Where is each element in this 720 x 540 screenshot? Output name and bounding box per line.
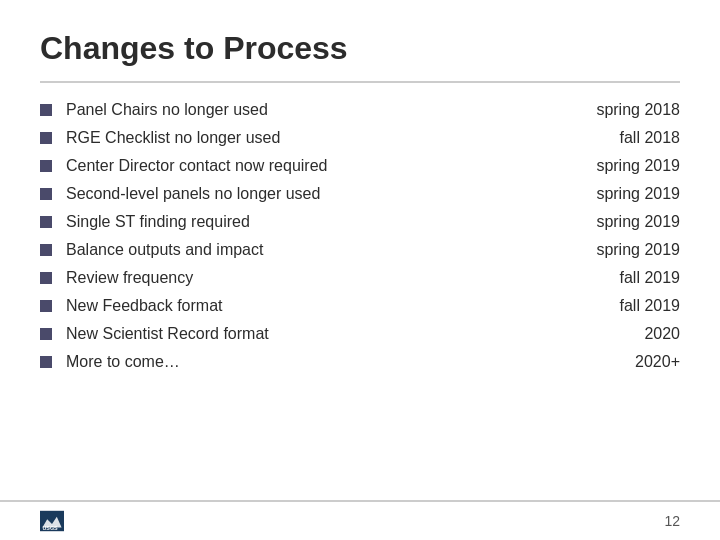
content-area: Panel Chairs no longer usedRGE Checklist… bbox=[40, 101, 680, 381]
bottom-area: USGS 12 bbox=[0, 500, 720, 540]
bullet-icon bbox=[40, 160, 52, 172]
page-number: 12 bbox=[664, 513, 680, 529]
title-divider bbox=[40, 81, 680, 83]
slide: Changes to Process Panel Chairs no longe… bbox=[0, 0, 720, 540]
bullet-icon bbox=[40, 188, 52, 200]
date-item: 2020 bbox=[596, 325, 680, 343]
item-label: New Feedback format bbox=[66, 297, 223, 315]
list-item: More to come… bbox=[40, 353, 576, 371]
item-label: Panel Chairs no longer used bbox=[66, 101, 268, 119]
date-item: fall 2018 bbox=[596, 129, 680, 147]
item-label: More to come… bbox=[66, 353, 180, 371]
bullet-icon bbox=[40, 300, 52, 312]
dates-list: spring 2018fall 2018spring 2019spring 20… bbox=[596, 101, 680, 381]
date-item: spring 2019 bbox=[596, 185, 680, 203]
item-label: Single ST finding required bbox=[66, 213, 250, 231]
date-item: spring 2018 bbox=[596, 101, 680, 119]
date-item: 2020+ bbox=[596, 353, 680, 371]
list-item: New Scientist Record format bbox=[40, 325, 576, 343]
date-item: spring 2019 bbox=[596, 157, 680, 175]
list-item: Balance outputs and impact bbox=[40, 241, 576, 259]
bullet-icon bbox=[40, 132, 52, 144]
slide-title: Changes to Process bbox=[40, 30, 680, 67]
bullet-icon bbox=[40, 104, 52, 116]
date-item: spring 2019 bbox=[596, 213, 680, 231]
list-item: Single ST finding required bbox=[40, 213, 576, 231]
bullet-icon bbox=[40, 216, 52, 228]
list-item: New Feedback format bbox=[40, 297, 576, 315]
list-item: Second-level panels no longer used bbox=[40, 185, 576, 203]
date-item: fall 2019 bbox=[596, 269, 680, 287]
date-item: spring 2019 bbox=[596, 241, 680, 259]
usgs-logo-icon: USGS bbox=[40, 510, 64, 532]
item-label: New Scientist Record format bbox=[66, 325, 269, 343]
bullet-icon bbox=[40, 356, 52, 368]
list-item: Panel Chairs no longer used bbox=[40, 101, 576, 119]
svg-text:USGS: USGS bbox=[42, 525, 58, 531]
bullet-icon bbox=[40, 328, 52, 340]
list-item: Review frequency bbox=[40, 269, 576, 287]
bullet-icon bbox=[40, 244, 52, 256]
item-label: Review frequency bbox=[66, 269, 193, 287]
item-label: Center Director contact now required bbox=[66, 157, 327, 175]
usgs-logo: USGS bbox=[40, 510, 68, 532]
item-label: RGE Checklist no longer used bbox=[66, 129, 280, 147]
bullet-icon bbox=[40, 272, 52, 284]
item-label: Balance outputs and impact bbox=[66, 241, 263, 259]
list-item: RGE Checklist no longer used bbox=[40, 129, 576, 147]
date-item: fall 2019 bbox=[596, 297, 680, 315]
items-list: Panel Chairs no longer usedRGE Checklist… bbox=[40, 101, 576, 381]
item-label: Second-level panels no longer used bbox=[66, 185, 320, 203]
list-item: Center Director contact now required bbox=[40, 157, 576, 175]
